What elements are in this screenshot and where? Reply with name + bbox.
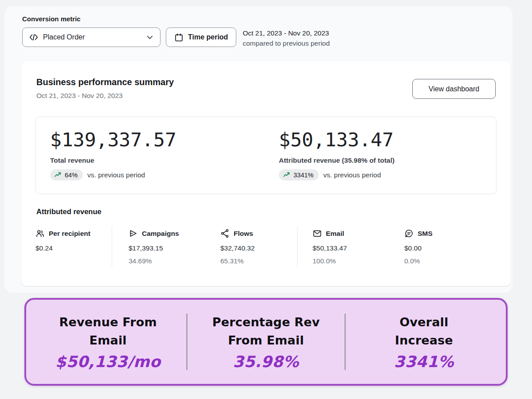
banner-revenue-from-email: Revenue From Email $50,133/mo bbox=[30, 313, 186, 371]
send-icon bbox=[129, 229, 138, 238]
calendar-icon bbox=[174, 33, 184, 42]
banner-label-line2: Email bbox=[30, 331, 186, 349]
attributed-revenue-change-suffix: vs. previous period bbox=[323, 171, 381, 179]
metric-value: $50,133.47 bbox=[313, 244, 347, 252]
metric-pct: 65.31% bbox=[220, 257, 255, 265]
attributed-revenue-metrics: Per recipient $0.24 Campaigns $17,393.15… bbox=[21, 226, 511, 270]
metric-per-recipient: Per recipient $0.24 bbox=[35, 229, 90, 257]
card-subtitle: Oct 21, 2023 - Nov 20, 2023 bbox=[36, 92, 123, 100]
total-revenue-stat: $139,337.57 Total revenue 64% vs. previo… bbox=[50, 129, 176, 180]
date-range-block: Oct 21, 2023 - Nov 20, 2023 compared to … bbox=[243, 27, 329, 49]
metric-label: SMS bbox=[418, 230, 433, 238]
trend-up-icon bbox=[54, 171, 62, 179]
metric-email: Email $50,133.47 100.0% bbox=[313, 229, 347, 265]
banner-label-line1: Percentage Rev bbox=[188, 313, 344, 331]
flows-icon bbox=[220, 229, 230, 238]
banner-value: 3341% bbox=[346, 353, 502, 371]
conversion-metric-dropdown[interactable]: Placed Order bbox=[22, 27, 160, 47]
metric-pct: 0.0% bbox=[404, 257, 433, 265]
metrics-divider bbox=[112, 226, 112, 267]
sms-icon bbox=[404, 229, 414, 238]
attributed-revenue-heading: Attributed revenue bbox=[36, 207, 102, 216]
metric-label: Campaigns bbox=[142, 230, 179, 238]
metric-value: $0.24 bbox=[35, 244, 90, 252]
conversion-metric-label: Conversion metric bbox=[22, 15, 510, 23]
conversion-controls: Conversion metric Placed Order Time peri… bbox=[22, 15, 510, 49]
banner-value: 35.98% bbox=[188, 353, 344, 371]
total-revenue-change-badge: 64% bbox=[50, 169, 83, 180]
conversion-metric-value: Placed Order bbox=[43, 33, 141, 41]
metric-value: $17,393.15 bbox=[129, 244, 179, 252]
email-icon bbox=[313, 229, 322, 238]
metric-pct: 100.0% bbox=[313, 257, 347, 265]
banner-value: $50,133/mo bbox=[30, 353, 186, 371]
users-icon bbox=[35, 229, 45, 238]
code-icon bbox=[29, 32, 39, 42]
metric-label: Flows bbox=[234, 230, 253, 238]
total-revenue-value: $139,337.57 bbox=[50, 129, 176, 150]
banner-label-line2: Increase bbox=[346, 331, 502, 349]
metric-value: $0.00 bbox=[404, 244, 433, 252]
total-revenue-change-suffix: vs. previous period bbox=[87, 171, 145, 179]
chevron-down-icon bbox=[146, 33, 154, 41]
attributed-revenue-label: Attributed revenue (35.98% of total) bbox=[279, 156, 395, 164]
metric-label: Per recipient bbox=[49, 230, 90, 238]
metric-value: $32,740.32 bbox=[220, 244, 255, 252]
revenue-stats-box: $139,337.57 Total revenue 64% vs. previo… bbox=[35, 117, 497, 194]
attributed-revenue-value: $50,133.47 bbox=[279, 129, 395, 150]
time-period-label: Time period bbox=[188, 33, 228, 41]
view-dashboard-button[interactable]: View dashboard bbox=[412, 79, 496, 99]
date-range-text: Oct 21, 2023 - Nov 20, 2023 bbox=[243, 28, 329, 38]
banner-overall-increase: Overall Increase 3341% bbox=[346, 313, 502, 371]
trend-up-icon bbox=[283, 171, 290, 179]
metrics-divider bbox=[297, 226, 297, 267]
banner-label-line2: From Email bbox=[188, 331, 344, 349]
metric-label: Email bbox=[326, 230, 344, 238]
total-revenue-change-value: 64% bbox=[65, 172, 78, 179]
attributed-revenue-stat: $50,133.47 Attributed revenue (35.98% of… bbox=[279, 129, 395, 180]
banner-percentage-rev: Percentage Rev From Email 35.98% bbox=[188, 313, 344, 371]
attributed-revenue-change-value: 3341% bbox=[293, 172, 313, 179]
card-title: Business performance summary bbox=[36, 77, 174, 87]
total-revenue-label: Total revenue bbox=[50, 156, 176, 164]
attributed-revenue-change-badge: 3341% bbox=[279, 169, 319, 180]
time-period-button[interactable]: Time period bbox=[166, 27, 236, 47]
business-performance-card: Business performance summary Oct 21, 202… bbox=[21, 61, 511, 286]
metric-pct: 34.69% bbox=[129, 257, 179, 265]
metric-flows: Flows $32,740.32 65.31% bbox=[220, 229, 255, 265]
banner-label-line1: Revenue From bbox=[30, 313, 186, 331]
metric-campaigns: Campaigns $17,393.15 34.69% bbox=[129, 229, 179, 265]
banner-label-line1: Overall bbox=[346, 313, 502, 331]
metric-sms: SMS $0.00 0.0% bbox=[404, 229, 433, 265]
date-range-comparison-text: compared to previous period bbox=[243, 38, 329, 49]
highlight-banner: Revenue From Email $50,133/mo Percentage… bbox=[24, 298, 508, 386]
